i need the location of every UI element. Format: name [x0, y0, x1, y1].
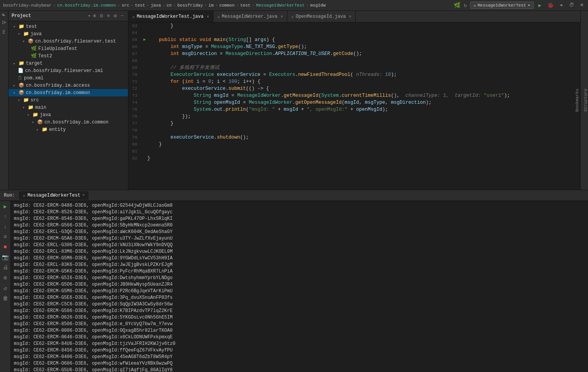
run-again-button[interactable]: ▶ — [3, 202, 7, 211]
run-output-line: msgId: CE62-ERCM-8546-D3E6, openMsgId:ga… — [14, 216, 585, 222]
tree-item-fileuploadtest[interactable]: 🌿 FileUploadTest — [9, 45, 128, 52]
more-button[interactable]: ≡ — [579, 2, 585, 9]
commits-icon[interactable]: ⟳ — [1, 19, 7, 27]
run-output-line: msgId: CE62-ERCM-G5K6-D3E6, openMsgId:Py… — [14, 268, 585, 275]
run-output-line: msgId: CE62-ERCM-8526-D3E6, openMsgId:ai… — [14, 209, 585, 216]
code-line-75: 75 System.out.println("msgId: " + msgId … — [128, 106, 580, 113]
left-sidebar: P ⟳ PR — [0, 11, 9, 190]
filter-button[interactable]: ≡ — [3, 233, 7, 241]
tree-item-java-main[interactable]: ▾ 📁 java — [9, 111, 128, 118]
screenshot-button[interactable]: 📷 — [1, 253, 9, 261]
coverage-button[interactable]: ☂ — [558, 2, 564, 9]
vcs-icon[interactable]: 🌿 — [454, 2, 460, 9]
update-icon[interactable]: ↻ — [464, 2, 467, 9]
run-output-line: msgId: CE62-ERCM-G5I6-D3E6, openMsgId:Dw… — [14, 275, 585, 281]
right-panel: Structure Bookmarks — [580, 11, 588, 190]
code-line-82: 82 } — [128, 155, 580, 162]
file-tree: ▾ 📁 test ▾ 📁 java ▾ 📦 cn.bossfriday.file… — [9, 21, 128, 190]
run-output-line: msgId: CE62-ERCL-83M6-D3E6, openMsgId:Lk… — [14, 249, 585, 255]
collapse-all-icon[interactable]: ⊟ — [99, 12, 104, 19]
tab-messageidworkertest[interactable]: ☕ MessageIdWorkerTest.java × — [128, 11, 213, 22]
code-line-80: 80 } — [128, 141, 580, 148]
profile-button[interactable]: ⏱ — [568, 2, 576, 9]
code-line-72: 72 executorService.submit(() -> { — [128, 85, 580, 92]
run-output-line: msgId: CE62-ERCM-C5C6-D3E6, openMsgId:Sq… — [14, 301, 585, 308]
scroll-down-button[interactable]: ↓ — [3, 223, 7, 231]
code-line-71: 71 for (int i = 0; i < 100; i++) { — [128, 78, 580, 85]
topbar: bossfriday-nubybear › cn.bossfriday.im.c… — [0, 0, 588, 11]
structure-label[interactable]: Structure — [583, 86, 588, 114]
run-output-line: msgId: CE62-ERCM-0406-D3E6, openMsgId:45… — [14, 354, 585, 360]
tree-item-iml[interactable]: 📄 cn.bossfriday.fileserver.iml — [9, 67, 128, 74]
run-output-line: msgId: CE62-ERCM-G5M6-D3E6, openMsgId:9Y… — [14, 255, 585, 262]
trash-button[interactable]: 🗑 — [2, 295, 9, 302]
run-tab-bar: Run: ☕ MessageIdWorkerTest × — [0, 190, 588, 201]
close-tab-messageidworkertest[interactable]: × — [206, 14, 209, 19]
tree-item-target[interactable]: ▸ 📁 target — [9, 60, 128, 67]
run-config[interactable]: ☕ MessageIdWorkerTest ▾ — [470, 2, 534, 9]
run-output-line: msgId: CE62-ERCM-G5U6-D3E6, openMsgId:gI… — [14, 367, 585, 372]
tree-item-src[interactable]: ▾ 📁 src — [9, 96, 128, 104]
run-side: ▶ ↑ ↓ ≡ ■ 📷 🖨 ⚙ ↺ 🗑 msgId: CE62-ERCM-048… — [0, 201, 588, 372]
tree-item-pom[interactable]: 🗒 pom.xml — [9, 74, 128, 82]
code-editor[interactable]: 63 } 64 65 ▶ public static void main(Str… — [128, 22, 580, 190]
expand-icon[interactable]: ≡ — [106, 13, 111, 19]
code-line-63: 63 } — [128, 22, 580, 29]
tree-item-im-common[interactable]: ▾ 📦 cn.bossfriday.im.common — [9, 89, 128, 96]
tab-messageidworker[interactable]: ☕ MessageIdWorker.java × — [213, 11, 287, 22]
run-output-line: msgId: CE62-ERCL-G3Q6-D3E6, openMsgId:aW… — [14, 229, 585, 235]
print-button[interactable]: 🖨 — [2, 264, 9, 271]
tree-item-im-access[interactable]: ▸ 📦 cn.bossfriday.im.access — [9, 82, 128, 89]
run-button[interactable]: ▶ — [537, 2, 543, 9]
run-output-line: msgId: CE62-ERCM-G5M6-D3E6, openMsgId:P2… — [14, 288, 585, 295]
stop-button[interactable]: ■ — [3, 243, 7, 251]
project-title: Project — [12, 13, 87, 19]
close-run-tab[interactable]: × — [82, 193, 85, 197]
tree-item-package-fileserver[interactable]: ▾ 📦 cn.bossfriday.fileserver.test — [9, 38, 128, 45]
tree-item-im-common-src[interactable]: ▾ 📦 cn.bossfriday.im.common — [9, 118, 128, 126]
project-panel: Project ▾ ⊕ ⊟ ≡ ⚙ − ▾ 📁 test ▾ 📁 java — [9, 11, 128, 190]
project-header: Project ▾ ⊕ ⊟ ≡ ⚙ − — [9, 11, 128, 21]
code-line-66: 66 int msgType = MessageType.NE_TXT_MSG.… — [128, 43, 580, 50]
scroll-up-button[interactable]: ↑ — [3, 213, 7, 221]
tree-item-entity[interactable]: ▸ 📁 entity — [9, 126, 128, 133]
code-line-77: 77 } — [128, 120, 580, 127]
pull-requests-icon[interactable]: PR — [2, 29, 7, 35]
run-label: Run: — [2, 193, 17, 198]
run-output-line: msgId: CE62-ERCM-G5E6-D3E6, openMsgId:3P… — [14, 295, 585, 301]
bookmarks-label[interactable]: Bookmarks — [575, 86, 579, 114]
run-output-line: msgId: CE62-ERCM-0486-D3E6, openMsgId:G2… — [14, 202, 585, 209]
editor-area: ☕ MessageIdWorkerTest.java × ☕ MessageId… — [128, 11, 580, 190]
run-tab-messageidworkertest[interactable]: ☕ MessageIdWorkerTest × — [19, 191, 89, 200]
code-line-79: 79 executorService.shutdown(); — [128, 134, 580, 141]
tree-item-main[interactable]: ▾ 📁 main — [9, 104, 128, 111]
run-output-line: msgId: CE62-ERCM-84S6-D3E6, openMsgId:ff… — [14, 347, 585, 354]
minimize-icon[interactable]: − — [119, 13, 125, 19]
tab-openmessageid[interactable]: ☕ OpenMessageId.java × — [287, 11, 356, 22]
close-tab-messageidworker[interactable]: × — [281, 14, 283, 19]
code-line-68: 68 — [128, 57, 580, 64]
run-output-line: msgId: CE62-ERCM-G586-D3E6, openMsgId:K7… — [14, 308, 585, 314]
code-line-73: 73 String msgId = MessageIdWorker.getMes… — [128, 92, 580, 99]
settings-run-button[interactable]: ⚙ — [3, 274, 7, 282]
code-line-78: 78 — [128, 127, 580, 134]
settings-icon[interactable]: ⚙ — [112, 12, 118, 19]
add-icon[interactable]: ⊕ — [92, 12, 97, 19]
tree-item-test2[interactable]: 🌿 Test2 — [9, 52, 128, 60]
close-tab-openmessageid[interactable]: × — [349, 14, 352, 19]
code-line-81: 81 — [128, 148, 580, 155]
project-icon[interactable]: P — [1, 12, 7, 17]
tree-item-java[interactable]: ▾ 📁 java — [9, 30, 128, 38]
tab-bar: ☕ MessageIdWorkerTest.java × ☕ MessageId… — [128, 11, 580, 22]
code-line-74: 74 String openMsgId = MessageIdWorker.ge… — [128, 99, 580, 106]
code-line-76: 76 }); — [128, 113, 580, 120]
tree-item-test[interactable]: ▾ 📁 test — [9, 23, 128, 30]
run-output-line: msgId: CE62-ERCM-0646-D3E6, openMsgId:x6… — [14, 334, 585, 341]
code-line-69: 69 // 多线程下并发测试 — [128, 64, 580, 71]
rerun-failed-button[interactable]: ↺ — [3, 284, 7, 292]
run-output-line: msgId: CE62-ERCL-83K6-D3E6, openMsgId:Jw… — [14, 262, 585, 268]
code-line-70: 70 ExecutorService executorService = Exe… — [128, 71, 580, 78]
run-output-line: msgId: CE62-ERCM-84U6-D3E6, openMsgId:tj… — [14, 341, 585, 347]
debug-button[interactable]: 🐞 — [546, 2, 555, 9]
run-controls: ▶ ↑ ↓ ≡ ■ 📷 🖨 ⚙ ↺ 🗑 — [0, 201, 11, 372]
